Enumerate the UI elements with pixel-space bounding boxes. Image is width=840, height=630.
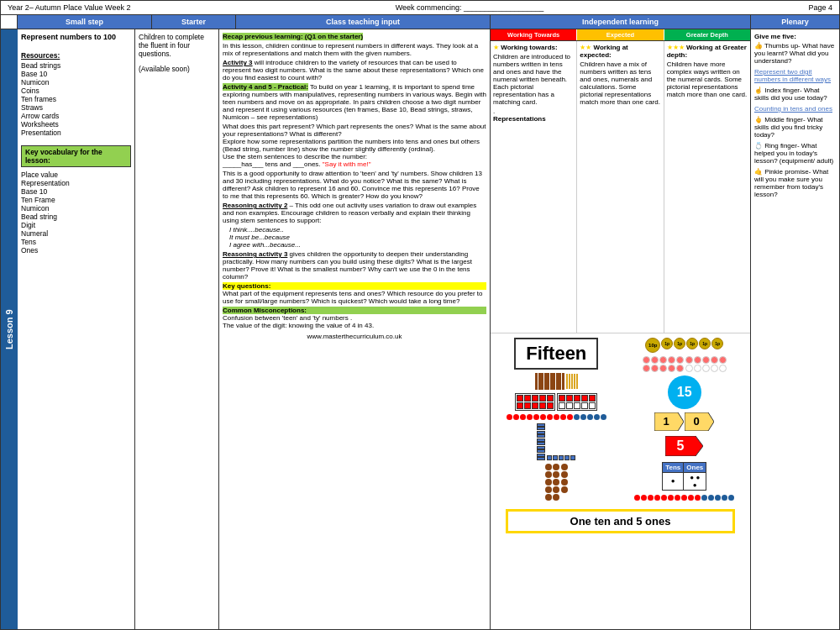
caption-container: One ten and 5 ones bbox=[506, 506, 735, 533]
recap-label: Recap previous learning: (Q1 on the star… bbox=[223, 33, 486, 40]
plenary-ring: 💍 Ring finger- What helped you in today'… bbox=[754, 142, 836, 165]
red-five-svg: 5 bbox=[665, 436, 703, 456]
expected-col: ★★ Working at expected: Children have a … bbox=[577, 41, 664, 333]
coin6: 1p bbox=[711, 338, 723, 349]
plenary-index: ☝ Index finger- What skills did you use … bbox=[754, 87, 836, 102]
coin1: 10p bbox=[645, 338, 660, 353]
wt-description: Children are introduced to numbers writt… bbox=[493, 53, 574, 106]
index-icon: ☝ bbox=[754, 87, 763, 94]
page-header: Year 2– Autumn Place Value Week 2 Week c… bbox=[1, 1, 839, 15]
five-straws bbox=[566, 374, 578, 389]
arrow-display-row: 1 0 bbox=[654, 412, 714, 433]
left-visuals: Fifteen bbox=[493, 336, 620, 503]
resource-worksheets: Worksheets bbox=[21, 120, 131, 129]
tens-arrow-svg: 1 bbox=[654, 412, 684, 431]
resource-arrowcards: Arrow cards bbox=[21, 112, 131, 120]
tens-header: Tens bbox=[663, 462, 684, 472]
header-right: Page 4 bbox=[808, 3, 832, 12]
ten-frame-1 bbox=[515, 393, 555, 411]
coin5: 1p bbox=[699, 338, 711, 349]
page-wrapper: Year 2– Autumn Place Value Week 2 Week c… bbox=[0, 0, 840, 630]
independent-learning-column: Working Towards Expected Greater Depth ★… bbox=[491, 29, 751, 629]
ten-frames-representation bbox=[515, 393, 597, 411]
resources-section: Resources: Bead strings Base 10 Numicon … bbox=[21, 51, 131, 137]
vocab-base10: Base 10 bbox=[21, 187, 131, 196]
vocab-representation: Representation bbox=[21, 179, 131, 187]
pinkie-icon: 🤙 bbox=[754, 168, 763, 176]
numicon-10 bbox=[545, 464, 559, 501]
resource-coins: Coins bbox=[21, 87, 131, 95]
arrow-tens: 1 bbox=[654, 412, 684, 433]
stem2: It must be...because bbox=[229, 234, 486, 241]
gd-stars: ★★★ Working at Greater depth: bbox=[667, 44, 748, 59]
plenary-pinkie: 🤙 Pinkie promise- What will you make sur… bbox=[754, 168, 836, 198]
numicon-5 bbox=[561, 464, 568, 501]
coin4: 1p bbox=[686, 338, 698, 349]
starter-column: Children to complete the fluent in four … bbox=[135, 29, 219, 629]
represent-link[interactable]: Represent two digit numbers in different… bbox=[754, 68, 831, 83]
resources-label: Resources: bbox=[21, 51, 131, 60]
straws-representation bbox=[535, 373, 578, 390]
base10-representation bbox=[537, 423, 575, 461]
ones-value: ● ●● bbox=[684, 472, 706, 490]
svg-text:1: 1 bbox=[664, 415, 669, 428]
vocab-ones: Ones bbox=[21, 246, 131, 255]
main-content: Lesson 9 Represent numbers to 100 Resour… bbox=[1, 29, 839, 629]
red-five-arrow: 5 bbox=[665, 436, 703, 458]
key-questions-section: Key questions: What part of the equipmen… bbox=[223, 282, 486, 305]
visual-row1: Fifteen bbox=[493, 336, 748, 503]
activity45-label: Activity 4 and 5 - Practical: bbox=[223, 83, 308, 91]
svg-text:5: 5 bbox=[677, 438, 685, 453]
lesson-sidebar: Lesson 9 bbox=[1, 29, 18, 629]
key-vocab-label: Key vocabulary for the lesson: bbox=[25, 148, 102, 165]
activity45-questions: What does this part represent? Which par… bbox=[223, 123, 486, 168]
tens-value: ● bbox=[663, 472, 684, 490]
place-value-table: Tens Ones ● ● ●● bbox=[662, 462, 706, 491]
resource-presentation: Presentation bbox=[21, 129, 131, 137]
class-teaching-column: Recap previous learning: (Q1 on the star… bbox=[219, 29, 491, 629]
plenary-header: Plenary bbox=[751, 15, 839, 29]
plenary-represent-link: Represent two digit numbers in different… bbox=[754, 68, 836, 83]
independent-header: Independent learning bbox=[491, 15, 751, 29]
vocab-ten-frame: Ten Frame bbox=[21, 196, 131, 204]
resource-straws: Straws bbox=[21, 103, 131, 112]
plenary-intro: Give me five: bbox=[754, 33, 836, 40]
coins-row: 10p 1p 1p 1p 1p 1p bbox=[645, 338, 723, 353]
resource-tenframes: Ten frames bbox=[21, 95, 131, 103]
ones-arrow-svg: 0 bbox=[685, 412, 714, 431]
cm-text: Confusion between 'teen' and 'ty' number… bbox=[223, 314, 486, 329]
counting-link[interactable]: Counting in tens and ones bbox=[754, 105, 832, 113]
unit-cubes bbox=[547, 455, 575, 460]
vocab-numeral: Numeral bbox=[21, 229, 131, 238]
recap-highlight: Recap previous learning: (Q1 on the star… bbox=[223, 33, 363, 40]
say-it-quote: "Say it with me!" bbox=[323, 160, 371, 168]
reasoning3-section: Reasoning activity 3 gives children the … bbox=[223, 250, 486, 281]
small-step-header: Small step bbox=[18, 15, 152, 29]
exp-description: Children have a mix of numbers written a… bbox=[580, 60, 660, 106]
bottom-bead-string bbox=[634, 495, 734, 501]
header-left: Year 2– Autumn Place Value Week 2 bbox=[8, 3, 130, 12]
key-questions-text: What part of the equipment represents te… bbox=[223, 290, 486, 305]
indep-sub-headers: Working Towards Expected Greater Depth bbox=[491, 29, 750, 41]
gd-description: Children have more complex ways written … bbox=[667, 60, 748, 98]
bead-string-representation bbox=[507, 414, 606, 420]
represent-numbers-title: Represent numbers to 100 bbox=[21, 33, 131, 41]
starter-header: Starter bbox=[152, 15, 236, 29]
reasoning2-label: Reasoning activity 2 bbox=[223, 202, 287, 209]
website-footer: www.masterthecurriculum.co.uk bbox=[223, 333, 486, 340]
straw-bundle bbox=[535, 373, 564, 390]
activity3-text: Activity 3 will introduce children to th… bbox=[223, 59, 486, 81]
plenary-counting-link: Counting in tens and ones bbox=[754, 105, 836, 113]
svg-text:0: 0 bbox=[694, 415, 700, 428]
dot-grid-2 bbox=[685, 356, 727, 372]
bead-string bbox=[507, 414, 606, 420]
indep-cols-content: ★ Working towards: Children are introduc… bbox=[491, 41, 750, 333]
fifteen-box: Fifteen bbox=[514, 338, 598, 370]
dot-grid-1 bbox=[643, 356, 684, 372]
resource-numicon: Numicon bbox=[21, 78, 131, 87]
resource-base10: Base 10 bbox=[21, 70, 131, 78]
wt-stars: ★ Working towards: bbox=[493, 44, 574, 51]
wt-label: Working towards: bbox=[501, 44, 557, 51]
middle-icon: 🖕 bbox=[754, 116, 763, 123]
working-towards-header: Working Towards bbox=[491, 29, 577, 40]
